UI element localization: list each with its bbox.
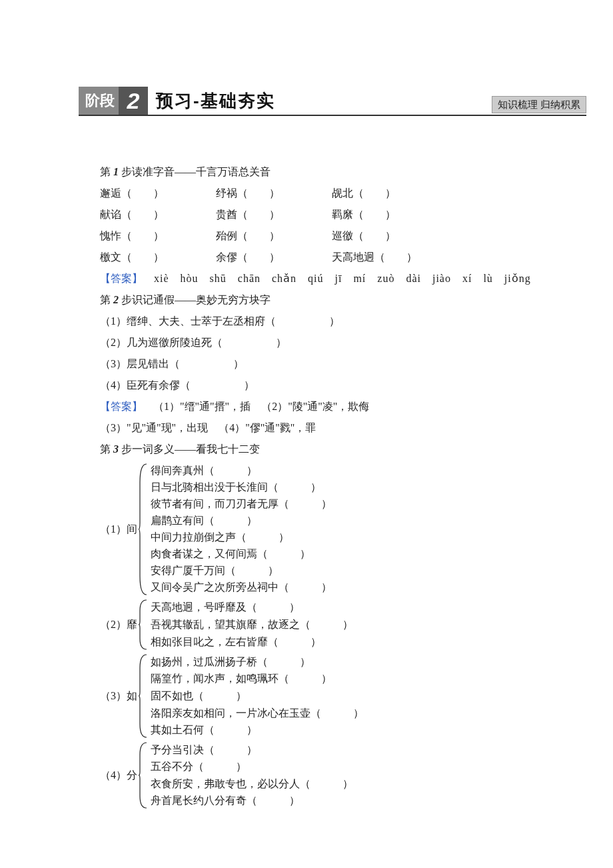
banner-spacer [275, 87, 492, 115]
group-lines: 如扬州，过瓜洲扬子桥（ ） 隔篁竹，闻水声，如鸣珮环（ ） 固不如也（ ） 洛阳… [148, 653, 364, 739]
stage-banner: 阶段 2 预习-基础夯实 知识梳理 归纳积累 [79, 87, 586, 116]
usage-line: 吾视其辙乱，望其旗靡，故逐之（ ） [151, 617, 353, 633]
step2-answer-line1: 【答案】 （1）"缙"通"搢"，插 （2）"陵"通"凌"，欺侮 [79, 396, 553, 417]
step-number: 1 [113, 166, 119, 177]
answer-label: 【答案】 [100, 401, 143, 412]
text: 步一词多义——看我七十二变 [119, 443, 260, 455]
answer-pinyin: xiè hòu shū chān chǎn qiú jī mí zuò dài … [143, 273, 531, 284]
tongjia-item: （2）几为巡徼所陵迫死（ ） [79, 332, 553, 353]
group-lines: 予分当引决（ ） 五谷不分（ ） 衣食所安，弗敢专也，必以分人（ ） 舟首尾长约… [148, 741, 353, 809]
stage-number-box: 2 [119, 87, 148, 115]
step1-answer: 【答案】 xiè hòu shū chān chǎn qiú jī mí zuò… [79, 268, 553, 289]
group-lines: 天高地迥，号呼靡及（ ） 吾视其辙乱，望其旗靡，故逐之（ ） 相如张目叱之，左右… [148, 599, 353, 651]
usage-line: 隔篁竹，闻水声，如鸣珮环（ ） [151, 671, 364, 687]
usage-line: 衣食所安，弗敢专也，必以分人（ ） [151, 776, 353, 792]
usage-line: 如扬州，过瓜洲扬子桥（ ） [151, 654, 364, 670]
stage-label: 阶段 [79, 87, 119, 115]
text: 步识记通假——奥妙无穷方块字 [119, 294, 271, 305]
usage-line: 日与北骑相出没于长淮间（ ） [151, 479, 332, 495]
group-label: （4）分 [100, 741, 139, 809]
usage-line: 中间力拉崩倒之声（ ） [151, 529, 332, 545]
bracket-icon [139, 463, 148, 596]
answer-label: 【答案】 [100, 273, 143, 284]
word-row: 献谄（ ） 贵酋（ ） 羁縻（ ） [79, 204, 553, 225]
usage-line: 洛阳亲友如相问，一片冰心在玉壶（ ） [151, 705, 364, 721]
group-lines: 得间奔真州（ ） 日与北骑相出没于长淮间（ ） 彼节者有间，而刀刃者无厚（ ） … [148, 463, 332, 596]
word-item: 邂逅（ ） [100, 183, 213, 204]
word-item: 天高地迥（ ） [332, 247, 445, 268]
usage-line: 扁鹊立有间（ ） [151, 513, 332, 529]
polysemy-group-1: （1）间 得间奔真州（ ） 日与北骑相出没于长淮间（ ） 彼节者有间，而刀刃者无… [79, 463, 553, 596]
text: 第 [100, 443, 113, 455]
usage-line: 固不如也（ ） [151, 688, 364, 704]
stage-number: 2 [127, 88, 140, 114]
bracket-icon [139, 599, 148, 651]
usage-line: 又间令吴广之次所旁丛祠中（ ） [151, 579, 332, 595]
word-item: 檄文（ ） [100, 247, 213, 268]
tongjia-item: （3）层见错出（ ） [79, 353, 553, 375]
word-item: 殆例（ ） [216, 225, 329, 247]
word-row: 檄文（ ） 余僇（ ） 天高地迥（ ） [79, 247, 553, 268]
tongjia-item: （1）缙绅、大夫、士萃于左丞相府（ ） [79, 311, 553, 332]
polysemy-group-2: （2）靡 天高地迥，号呼靡及（ ） 吾视其辙乱，望其旗靡，故逐之（ ） 相如张目… [79, 599, 553, 651]
usage-line: 安得广厦千万间（ ） [151, 563, 332, 579]
word-item: 余僇（ ） [216, 247, 329, 268]
answer-text: （1）"缙"通"搢"，插 （2）"陵"通"凌"，欺侮 [143, 401, 369, 412]
usage-line: 舟首尾长约八分有奇（ ） [151, 793, 353, 809]
stage-side-label: 知识梳理 归纳积累 [492, 96, 586, 113]
usage-line: 予分当引决（ ） [151, 742, 353, 758]
tongjia-item: （4）臣死有余僇（ ） [79, 375, 553, 396]
group-label: （2）靡 [100, 599, 139, 651]
step2-heading: 第 2 步识记通假——奥妙无穷方块字 [79, 289, 553, 311]
step3-heading: 第 3 步一词多义——看我七十二变 [79, 439, 553, 460]
group-label: （1）间 [100, 463, 139, 596]
usage-line: 肉食者谋之，又何间焉（ ） [151, 546, 332, 562]
bracket-icon [139, 741, 148, 809]
content-body: 第 1 步读准字音——千言万语总关音 邂逅（ ） 纾祸（ ） 觇北（ ） 献谄（… [0, 128, 613, 809]
group-label: （3）如 [100, 653, 139, 739]
word-item: 巡徼（ ） [332, 225, 445, 247]
word-row: 邂逅（ ） 纾祸（ ） 觇北（ ） [79, 183, 553, 204]
word-item: 贵酋（ ） [216, 204, 329, 225]
usage-line: 彼节者有间，而刀刃者无厚（ ） [151, 496, 332, 512]
step-number: 2 [113, 294, 119, 305]
bracket-icon [139, 653, 148, 739]
text: 第 [100, 294, 113, 305]
polysemy-group-3: （3）如 如扬州，过瓜洲扬子桥（ ） 隔篁竹，闻水声，如鸣珮环（ ） 固不如也（… [79, 653, 553, 739]
step2-answer-line2: （3）"见"通"现"，出现 （4）"僇"通"戮"，罪 [79, 417, 553, 439]
usage-line: 天高地迥，号呼靡及（ ） [151, 599, 353, 615]
word-item: 羁縻（ ） [332, 204, 445, 225]
word-item: 献谄（ ） [100, 204, 213, 225]
usage-line: 得间奔真州（ ） [151, 463, 332, 479]
step-number: 3 [113, 443, 119, 455]
text: 第 [100, 166, 113, 177]
word-item: 纾祸（ ） [216, 183, 329, 204]
step1-heading: 第 1 步读准字音——千言万语总关音 [79, 161, 553, 183]
word-item: 觇北（ ） [332, 183, 445, 204]
usage-line: 五谷不分（ ） [151, 759, 353, 775]
word-item: 愧怍（ ） [100, 225, 213, 247]
usage-line: 其如土石何（ ） [151, 722, 364, 738]
usage-line: 相如张目叱之，左右皆靡（ ） [151, 634, 353, 650]
text: 步读准字音——千言万语总关音 [119, 166, 271, 177]
word-row: 愧怍（ ） 殆例（ ） 巡徼（ ） [79, 225, 553, 247]
stage-title: 预习-基础夯实 [148, 87, 275, 115]
polysemy-group-4: （4）分 予分当引决（ ） 五谷不分（ ） 衣食所安，弗敢专也，必以分人（ ） … [79, 741, 553, 809]
